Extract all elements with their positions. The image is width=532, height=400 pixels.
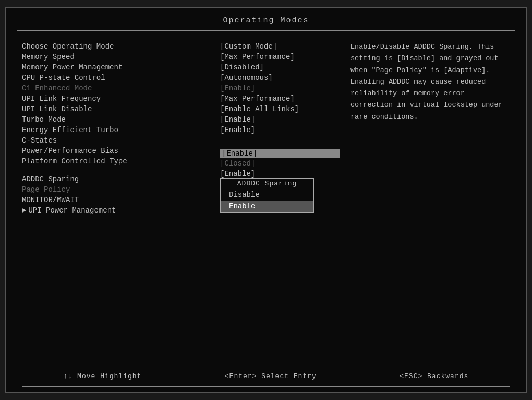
- menu-item-memory-speed[interactable]: Memory Speed: [22, 52, 215, 62]
- menu-item-page-policy: Page Policy: [22, 184, 215, 195]
- value-upi-link-disable: [Enable All Links]: [220, 104, 340, 114]
- menu-item-upi-link-frequency[interactable]: UPI Link Frequency: [22, 93, 215, 104]
- right-panel: Enable/Disable ADDDC Sparing. This setti…: [340, 41, 510, 355]
- value-monitor-mwait: [Enable]: [220, 169, 340, 179]
- menu-item-choose-operating-mode[interactable]: Choose Operating Mode: [22, 41, 215, 52]
- menu-item-adddc-sparing[interactable]: ADDDC Sparing: [22, 174, 215, 184]
- value-c1-enhanced-mode: [Enable]: [220, 83, 340, 93]
- menu-item-monitor-mwait[interactable]: MONITOR/MWAIT: [22, 195, 215, 205]
- footer-hint-select: <Enter>=Select Entry: [225, 372, 317, 380]
- menu-item-platform-controlled-type[interactable]: Platform Controlled Type: [22, 156, 215, 167]
- footer-hints: ↑↓=Move Highlight <Enter>=Select Entry <…: [22, 372, 510, 380]
- menu-item-c-states[interactable]: C-States: [22, 135, 215, 146]
- footer-hint-move: ↑↓=Move Highlight: [64, 372, 142, 380]
- value-turbo-mode: [Enable]: [220, 114, 340, 125]
- page-title: Operating Modes: [6, 8, 526, 30]
- menu-item-memory-power-management[interactable]: Memory Power Management: [22, 62, 215, 73]
- value-memory-power-management: [Disabled]: [220, 62, 340, 73]
- value-memory-speed: [Max Performance]: [220, 52, 340, 62]
- menu-item-energy-efficient-turbo[interactable]: Energy Efficient Turbo: [22, 125, 215, 135]
- dropdown-option-disable[interactable]: Disable: [221, 189, 313, 201]
- value-page-policy: [Closed]: [220, 158, 340, 169]
- bios-screen: Operating Modes Choose Operating Mode Me…: [5, 7, 527, 393]
- adddc-sparing-dropdown[interactable]: ADDDC Sparing Disable Enable: [220, 178, 314, 213]
- value-energy-efficient-turbo: [Enable]: [220, 125, 340, 135]
- section-gap: [22, 167, 215, 174]
- footer-divider-bottom: [22, 386, 510, 387]
- footer-hint-back: <ESC>=Backwards: [400, 372, 468, 380]
- middle-panel: [Custom Mode] [Max Performance] [Disable…: [215, 41, 340, 355]
- bios-footer: ↑↓=Move Highlight <Enter>=Select Entry <…: [6, 360, 526, 392]
- menu-item-turbo-mode[interactable]: Turbo Mode: [22, 114, 215, 125]
- footer-divider-top: [22, 366, 510, 366]
- menu-item-cpu-pstate-control[interactable]: CPU P-state Control: [22, 73, 215, 83]
- help-text: Enable/Disable ADDDC Sparing. This setti…: [350, 41, 510, 123]
- menu-item-upi-power-management[interactable]: ► UPI Power Management: [22, 205, 215, 216]
- menu-item-c1-enhanced-mode: C1 Enhanced Mode: [22, 83, 215, 93]
- dropdown-title: ADDDC Sparing: [221, 179, 313, 189]
- section-gap-values: [220, 142, 340, 149]
- value-adddc-sparing: [Enable]: [220, 149, 340, 158]
- value-upi-link-frequency: [Max Performance]: [220, 93, 340, 104]
- value-cpu-pstate-control: [Autonomous]: [220, 73, 340, 83]
- menu-item-upi-link-disable[interactable]: UPI Link Disable: [22, 104, 215, 114]
- menu-item-power-performance-bias[interactable]: Power/Performance Bias: [22, 146, 215, 156]
- submenu-arrow-icon: ►: [22, 206, 26, 215]
- left-panel: Choose Operating Mode Memory Speed Memor…: [22, 41, 215, 355]
- dropdown-option-enable[interactable]: Enable: [221, 201, 313, 212]
- bios-body: Choose Operating Mode Memory Speed Memor…: [6, 31, 526, 360]
- value-choose-operating-mode: [Custom Mode]: [220, 41, 340, 52]
